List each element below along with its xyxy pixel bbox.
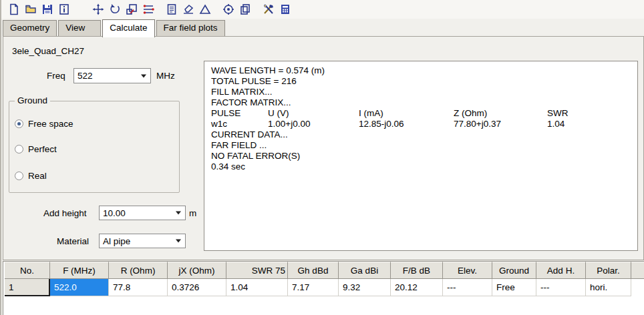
cell-swr-75[interactable]: 1.04 bbox=[226, 279, 288, 296]
table-row: 1522.077.80.37261.047.179.3220.12---Free… bbox=[5, 279, 644, 296]
tab-far-field-plots[interactable]: Far field plots bbox=[156, 20, 225, 36]
pulse-header-cell: U (V) bbox=[268, 108, 359, 119]
cell-r-ohm[interactable]: 77.8 bbox=[109, 279, 168, 296]
chevron-down-icon bbox=[176, 240, 181, 243]
ground-groupbox: Ground Free space Perfect Real bbox=[9, 101, 180, 193]
radio-icon bbox=[15, 145, 23, 153]
freq-label: Freq bbox=[47, 71, 65, 81]
tab-label: Calculate bbox=[110, 23, 147, 33]
center-target-icon[interactable] bbox=[221, 2, 236, 17]
cell-elev[interactable]: --- bbox=[443, 279, 492, 296]
add-height-unit: m bbox=[189, 208, 196, 218]
column-header-gh-dbd: Gh dBd bbox=[288, 262, 339, 279]
radio-free-space[interactable]: Free space bbox=[15, 119, 73, 129]
radio-label: Real bbox=[28, 171, 47, 181]
cell-jx-ohm[interactable]: 0.3726 bbox=[168, 279, 226, 296]
add-height-value: 10.00 bbox=[103, 208, 126, 218]
radio-perfect[interactable]: Perfect bbox=[15, 144, 57, 154]
pulse-header-cell: SWR bbox=[547, 108, 637, 119]
text-view-icon[interactable] bbox=[164, 2, 179, 17]
cell-ga-dbi[interactable]: 9.32 bbox=[339, 279, 391, 296]
freq-unit: MHz bbox=[156, 71, 175, 81]
model-name: 3ele_Quad_CH27 bbox=[12, 46, 84, 56]
cell-f-mhz[interactable]: 522.0 bbox=[50, 279, 109, 296]
mmana-window: { "toolbar": { "icons": ["new-file-icon"… bbox=[0, 0, 644, 315]
chevron-down-icon bbox=[141, 74, 146, 77]
output-line: NO FATAL ERROR(S) bbox=[211, 151, 637, 162]
cell-gh-dbd[interactable]: 7.17 bbox=[288, 279, 339, 296]
column-header-swr-75: SWR 75 bbox=[226, 262, 288, 279]
column-header-polar: Polar. bbox=[586, 262, 631, 279]
output-line: FILL MATRIX... bbox=[211, 87, 637, 97]
copy-icon[interactable] bbox=[238, 2, 253, 17]
cell-add-h[interactable]: --- bbox=[536, 279, 586, 296]
pulse-data-cell: 1.04 bbox=[547, 119, 637, 129]
pulse-data-cell: 1.00+j0.00 bbox=[268, 119, 359, 129]
tab-label: View bbox=[65, 23, 85, 33]
column-header-add-h: Add H. bbox=[536, 262, 586, 279]
tab-label: Far field plots bbox=[164, 23, 218, 33]
open-folder-icon[interactable] bbox=[23, 2, 38, 17]
calculation-output: WAVE LENGTH = 0.574 (m) TOTAL PULSE = 21… bbox=[204, 61, 638, 251]
calculator-icon[interactable] bbox=[278, 2, 293, 17]
material-value: Al pipe bbox=[103, 236, 130, 246]
cell-f-b-db[interactable]: 20.12 bbox=[391, 279, 443, 296]
radio-icon bbox=[15, 119, 23, 128]
rotate-icon[interactable] bbox=[108, 2, 122, 17]
pulse-header-cell: I (mA) bbox=[359, 108, 454, 119]
radio-icon bbox=[15, 172, 23, 180]
radio-label: Perfect bbox=[28, 144, 57, 154]
tab-label: Geometry bbox=[10, 23, 49, 33]
column-header-filler bbox=[631, 262, 644, 279]
triangle-icon[interactable] bbox=[198, 2, 212, 17]
move-icon[interactable] bbox=[91, 2, 106, 17]
tab-bar: Geometry View Calculate Far field plots bbox=[3, 19, 644, 36]
tab-view[interactable]: View bbox=[58, 20, 101, 36]
chevron-down-icon bbox=[176, 212, 181, 215]
add-height-label: Add height bbox=[43, 208, 87, 218]
eraser-icon[interactable] bbox=[181, 2, 196, 17]
results-table-header-row: No.F (MHz)R (Ohm)jX (Ohm)SWR 75Gh dBdGa … bbox=[5, 262, 644, 279]
cell-no[interactable]: 1 bbox=[5, 279, 50, 296]
pulse-data-cell: 77.80+j0.37 bbox=[454, 119, 547, 129]
tab-calculate[interactable]: Calculate bbox=[102, 19, 154, 37]
results-table-body: 1522.077.80.37261.047.179.3220.12---Free… bbox=[5, 279, 644, 296]
save-icon[interactable] bbox=[40, 2, 55, 17]
radio-real[interactable]: Real bbox=[15, 171, 47, 181]
pulse-data-cell: 12.85-j0.06 bbox=[359, 119, 454, 129]
file-info-icon[interactable] bbox=[57, 2, 71, 17]
output-line: TOTAL PULSE = 216 bbox=[211, 76, 637, 87]
output-line: CURRENT DATA... bbox=[211, 129, 637, 140]
column-header-f-mhz: F (MHz) bbox=[50, 262, 109, 279]
cell-polar[interactable]: hori. bbox=[586, 279, 631, 296]
pulse-header-row: PULSE U (V) I (mA) Z (Ohm) SWR bbox=[211, 108, 637, 119]
scale-window-icon[interactable] bbox=[124, 2, 139, 17]
tools-icon[interactable] bbox=[261, 2, 276, 17]
wire-edit-icon[interactable] bbox=[141, 2, 156, 17]
cell-ground[interactable]: Free bbox=[492, 279, 536, 296]
column-header-elev: Elev. bbox=[443, 262, 492, 279]
column-header-ground: Ground bbox=[492, 262, 536, 279]
radio-label: Free space bbox=[28, 119, 73, 129]
output-line: FAR FIELD ... bbox=[211, 140, 637, 151]
column-header-jx-ohm: jX (Ohm) bbox=[168, 262, 226, 279]
add-height-combobox[interactable]: 10.00 bbox=[99, 206, 186, 220]
tab-geometry[interactable]: Geometry bbox=[3, 20, 57, 36]
output-line: FACTOR MATRIX... bbox=[211, 97, 637, 108]
freq-combobox[interactable]: 522 bbox=[73, 68, 151, 83]
output-line: 0.34 sec bbox=[211, 162, 637, 172]
material-combobox[interactable]: Al pipe bbox=[99, 234, 186, 248]
column-header-ga-dbi: Ga dBi bbox=[339, 262, 391, 279]
main-toolbar bbox=[1, 0, 644, 19]
output-line: WAVE LENGTH = 0.574 (m) bbox=[211, 65, 637, 76]
pulse-header-cell: PULSE bbox=[211, 108, 268, 119]
new-file-icon[interactable] bbox=[7, 2, 21, 17]
pulse-header-cell: Z (Ohm) bbox=[454, 108, 547, 119]
calculate-panel: 3ele_Quad_CH27 Freq 522 MHz Ground Free … bbox=[3, 36, 644, 260]
pulse-data-row: w1c 1.00+j0.00 12.85-j0.06 77.80+j0.37 1… bbox=[211, 119, 637, 129]
column-header-r-ohm: R (Ohm) bbox=[109, 262, 168, 279]
column-header-no: No. bbox=[5, 262, 50, 279]
material-label: Material bbox=[57, 236, 89, 246]
freq-value: 522 bbox=[77, 71, 93, 81]
results-table: No.F (MHz)R (Ohm)jX (Ohm)SWR 75Gh dBdGa … bbox=[3, 261, 644, 315]
